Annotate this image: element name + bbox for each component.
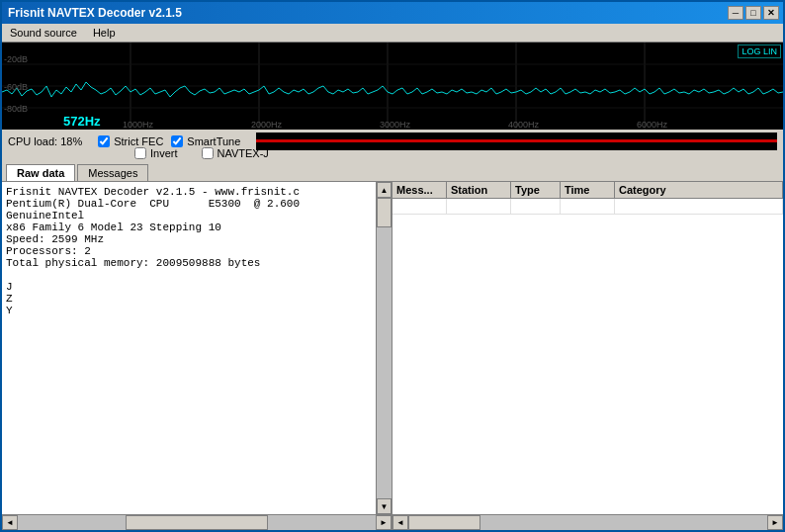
tab-raw-data[interactable]: Raw data	[6, 164, 75, 182]
window-title: Frisnit NAVTEX Decoder v2.1.5	[6, 6, 728, 20]
vertical-scrollbar: ▲ ▼	[376, 182, 392, 514]
h-scroll-thumb-left[interactable]	[126, 515, 269, 530]
strict-fec-label: Strict FEC	[114, 135, 163, 147]
strict-fec-checkbox[interactable]	[98, 135, 110, 147]
col-header-message: Mess...	[392, 182, 447, 198]
main-window: Frisnit NAVTEX Decoder v2.1.5 ─ □ ✕ Soun…	[0, 0, 785, 532]
raw-data-text[interactable]: Frisnit NAVTEX Decoder v2.1.5 - www.fris…	[2, 182, 376, 514]
scroll-right-arrow[interactable]: ►	[376, 515, 392, 530]
title-bar: Frisnit NAVTEX Decoder v2.1.5 ─ □ ✕	[2, 2, 783, 24]
smart-tune-group: SmartTune	[171, 135, 240, 147]
svg-text:-60dB: -60dB	[4, 82, 28, 92]
col-header-time: Time	[561, 182, 615, 198]
cell	[561, 199, 615, 214]
menu-bar: Sound source Help	[2, 24, 783, 43]
col-header-station: Station	[447, 182, 511, 198]
cell	[615, 199, 783, 214]
table-header: Mess... Station Type Time Category	[392, 182, 783, 199]
scroll-right-arrow-right[interactable]: ►	[767, 515, 783, 530]
main-content: Frisnit NAVTEX Decoder v2.1.5 - www.fris…	[2, 181, 783, 530]
navtex-j-checkbox[interactable]	[202, 147, 214, 159]
left-panel: Frisnit NAVTEX Decoder v2.1.5 - www.fris…	[2, 182, 392, 530]
svg-text:6000Hz: 6000Hz	[637, 120, 668, 130]
h-scrollbar-right: ◄ ►	[392, 514, 783, 530]
scroll-up-arrow[interactable]: ▲	[377, 182, 392, 198]
svg-text:4000Hz: 4000Hz	[508, 120, 540, 130]
frequency-marker: 572Hz	[63, 114, 101, 129]
cell	[447, 199, 511, 214]
scroll-down-arrow[interactable]: ▼	[377, 498, 392, 514]
v-scroll-thumb[interactable]	[377, 198, 392, 227]
svg-text:-80dB: -80dB	[4, 104, 28, 114]
tab-messages[interactable]: Messages	[77, 164, 148, 182]
left-panel-wrapper: Frisnit NAVTEX Decoder v2.1.5 - www.fris…	[2, 182, 392, 514]
smart-tune-checkbox[interactable]	[171, 135, 183, 147]
maximize-button[interactable]: □	[745, 6, 761, 20]
v-scroll-track	[377, 198, 392, 498]
invert-group: Invert	[134, 147, 178, 159]
h-scroll-track-left	[18, 515, 376, 530]
right-panel: Mess... Station Type Time Category ◄	[392, 182, 783, 530]
strict-fec-group: Strict FEC	[98, 135, 163, 147]
cell	[392, 199, 447, 214]
svg-text:-20dB: -20dB	[4, 54, 28, 64]
spectrum-display: 1000Hz 2000Hz 3000Hz 4000Hz 6000Hz -20dB…	[2, 43, 783, 130]
minimize-button[interactable]: ─	[728, 6, 743, 20]
invert-checkbox[interactable]	[134, 147, 146, 159]
col-header-category: Category	[615, 182, 783, 198]
table-body	[392, 199, 783, 514]
close-button[interactable]: ✕	[763, 6, 779, 20]
svg-text:1000Hz: 1000Hz	[123, 120, 154, 130]
log-lin-button[interactable]: LOG LIN	[738, 44, 781, 58]
cell	[511, 199, 561, 214]
invert-label: Invert	[150, 147, 178, 159]
scroll-left-arrow[interactable]: ◄	[2, 515, 18, 530]
cpu-load-label: CPU load: 18%	[8, 135, 82, 147]
scroll-left-arrow-right[interactable]: ◄	[392, 515, 408, 530]
table-row	[392, 199, 783, 215]
h-scrollbar-left: ◄ ►	[2, 514, 392, 530]
smart-tune-label: SmartTune	[187, 135, 240, 147]
h-scroll-track-right	[408, 515, 767, 530]
menu-sound-source[interactable]: Sound source	[6, 26, 81, 40]
h-scroll-thumb-right[interactable]	[408, 515, 480, 530]
spectrum-svg: 1000Hz 2000Hz 3000Hz 4000Hz 6000Hz -20dB…	[2, 43, 783, 130]
col-header-type: Type	[511, 182, 561, 198]
title-bar-buttons: ─ □ ✕	[728, 6, 779, 20]
svg-text:3000Hz: 3000Hz	[380, 120, 411, 130]
menu-help[interactable]: Help	[89, 26, 120, 40]
tab-row: Raw data Messages	[2, 162, 783, 181]
svg-text:2000Hz: 2000Hz	[251, 120, 283, 130]
